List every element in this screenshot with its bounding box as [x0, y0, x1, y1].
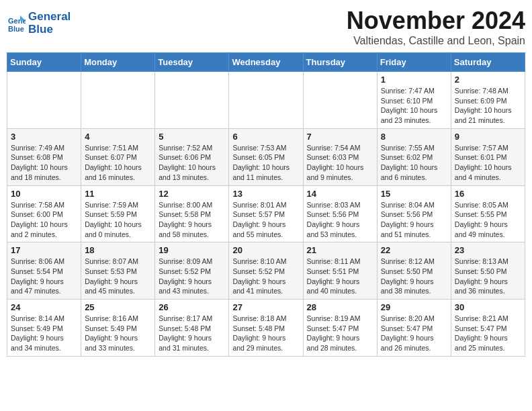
day-number: 19	[159, 245, 225, 255]
day-info: Sunrise: 8:03 AM Sunset: 5:56 PM Dayligh…	[307, 200, 373, 240]
calendar-cell: 8Sunrise: 7:55 AM Sunset: 6:02 PM Daylig…	[377, 128, 451, 185]
day-number: 28	[307, 302, 373, 312]
day-number: 7	[307, 132, 373, 142]
day-info: Sunrise: 8:06 AM Sunset: 5:54 PM Dayligh…	[11, 257, 77, 296]
day-info: Sunrise: 8:07 AM Sunset: 5:53 PM Dayligh…	[85, 257, 151, 296]
day-info: Sunrise: 8:10 AM Sunset: 5:52 PM Dayligh…	[232, 257, 299, 296]
day-info: Sunrise: 7:55 AM Sunset: 6:02 PM Dayligh…	[381, 143, 447, 183]
weekday-header-row: SundayMondayTuesdayWednesdayThursdayFrid…	[7, 53, 525, 72]
calendar-cell: 2Sunrise: 7:48 AM Sunset: 6:09 PM Daylig…	[451, 72, 525, 129]
day-info: Sunrise: 7:54 AM Sunset: 6:03 PM Dayligh…	[307, 143, 373, 183]
calendar-cell: 25Sunrise: 8:16 AM Sunset: 5:49 PM Dayli…	[81, 300, 155, 357]
day-info: Sunrise: 8:00 AM Sunset: 5:58 PM Dayligh…	[159, 200, 225, 240]
location: Valtiendas, Castille and Leon, Spain	[347, 35, 525, 47]
day-number: 5	[159, 132, 225, 142]
day-info: Sunrise: 8:16 AM Sunset: 5:49 PM Dayligh…	[85, 314, 151, 353]
day-number: 25	[85, 302, 151, 312]
day-info: Sunrise: 7:52 AM Sunset: 6:06 PM Dayligh…	[159, 143, 225, 183]
day-info: Sunrise: 7:53 AM Sunset: 6:05 PM Dayligh…	[232, 143, 299, 183]
calendar-cell: 26Sunrise: 8:17 AM Sunset: 5:48 PM Dayli…	[155, 300, 229, 357]
day-number: 12	[159, 189, 225, 199]
weekday-header-sunday: Sunday	[7, 53, 81, 72]
day-info: Sunrise: 8:04 AM Sunset: 5:56 PM Dayligh…	[381, 200, 447, 240]
day-number: 3	[11, 132, 77, 142]
calendar-cell: 15Sunrise: 8:04 AM Sunset: 5:56 PM Dayli…	[377, 185, 451, 242]
day-number: 21	[307, 245, 373, 255]
day-info: Sunrise: 8:09 AM Sunset: 5:52 PM Dayligh…	[159, 257, 225, 296]
calendar-cell: 12Sunrise: 8:00 AM Sunset: 5:58 PM Dayli…	[155, 185, 229, 242]
month-title: November 2024	[347, 7, 525, 35]
day-number: 6	[232, 132, 299, 142]
day-number: 23	[455, 245, 521, 255]
svg-text:Blue: Blue	[8, 25, 24, 33]
day-info: Sunrise: 8:01 AM Sunset: 5:57 PM Dayligh…	[232, 200, 299, 240]
title-block: November 2024 Valtiendas, Castille and L…	[347, 7, 525, 47]
calendar-cell: 7Sunrise: 7:54 AM Sunset: 6:03 PM Daylig…	[303, 128, 377, 185]
day-number: 4	[85, 132, 151, 142]
day-number: 18	[85, 245, 151, 255]
day-info: Sunrise: 7:48 AM Sunset: 6:09 PM Dayligh…	[455, 86, 521, 126]
calendar-cell: 13Sunrise: 8:01 AM Sunset: 5:57 PM Dayli…	[229, 185, 303, 242]
logo-line1: General	[28, 11, 71, 24]
calendar-cell: 3Sunrise: 7:49 AM Sunset: 6:08 PM Daylig…	[7, 128, 81, 185]
day-info: Sunrise: 8:12 AM Sunset: 5:50 PM Dayligh…	[381, 257, 447, 296]
day-info: Sunrise: 8:18 AM Sunset: 5:48 PM Dayligh…	[232, 314, 299, 353]
calendar-cell: 24Sunrise: 8:14 AM Sunset: 5:49 PM Dayli…	[7, 300, 81, 357]
calendar-week-row: 3Sunrise: 7:49 AM Sunset: 6:08 PM Daylig…	[7, 128, 525, 185]
day-info: Sunrise: 7:49 AM Sunset: 6:08 PM Dayligh…	[11, 143, 77, 183]
weekday-header-thursday: Thursday	[303, 53, 377, 72]
day-info: Sunrise: 8:21 AM Sunset: 5:47 PM Dayligh…	[455, 314, 521, 353]
day-number: 16	[455, 189, 521, 199]
weekday-header-wednesday: Wednesday	[229, 53, 303, 72]
day-info: Sunrise: 7:59 AM Sunset: 5:59 PM Dayligh…	[85, 200, 151, 240]
day-number: 11	[85, 189, 151, 199]
calendar-cell	[81, 72, 155, 129]
day-info: Sunrise: 8:14 AM Sunset: 5:49 PM Dayligh…	[11, 314, 77, 353]
calendar-cell: 18Sunrise: 8:07 AM Sunset: 5:53 PM Dayli…	[81, 242, 155, 300]
calendar-week-row: 24Sunrise: 8:14 AM Sunset: 5:49 PM Dayli…	[7, 300, 525, 357]
calendar-cell: 11Sunrise: 7:59 AM Sunset: 5:59 PM Dayli…	[81, 185, 155, 242]
day-number: 15	[381, 189, 447, 199]
day-number: 27	[232, 302, 299, 312]
day-number: 17	[11, 245, 77, 255]
calendar-cell: 28Sunrise: 8:19 AM Sunset: 5:47 PM Dayli…	[303, 300, 377, 357]
calendar-cell: 21Sunrise: 8:11 AM Sunset: 5:51 PM Dayli…	[303, 242, 377, 300]
day-number: 9	[455, 132, 521, 142]
calendar-cell: 16Sunrise: 8:05 AM Sunset: 5:55 PM Dayli…	[451, 185, 525, 242]
day-number: 20	[232, 245, 299, 255]
day-number: 26	[159, 302, 225, 312]
day-number: 30	[455, 302, 521, 312]
day-info: Sunrise: 8:20 AM Sunset: 5:47 PM Dayligh…	[381, 314, 447, 353]
calendar-cell: 29Sunrise: 8:20 AM Sunset: 5:47 PM Dayli…	[377, 300, 451, 357]
day-info: Sunrise: 8:17 AM Sunset: 5:48 PM Dayligh…	[159, 314, 225, 353]
day-number: 2	[455, 75, 521, 85]
calendar-cell: 14Sunrise: 8:03 AM Sunset: 5:56 PM Dayli…	[303, 185, 377, 242]
day-info: Sunrise: 8:05 AM Sunset: 5:55 PM Dayligh…	[455, 200, 521, 240]
weekday-header-monday: Monday	[81, 53, 155, 72]
calendar-cell: 23Sunrise: 8:13 AM Sunset: 5:50 PM Dayli…	[451, 242, 525, 300]
weekday-header-saturday: Saturday	[451, 53, 525, 72]
day-info: Sunrise: 8:11 AM Sunset: 5:51 PM Dayligh…	[307, 257, 373, 296]
calendar-cell: 19Sunrise: 8:09 AM Sunset: 5:52 PM Dayli…	[155, 242, 229, 300]
day-number: 10	[11, 189, 77, 199]
calendar-cell	[155, 72, 229, 129]
day-number: 8	[381, 132, 447, 142]
calendar-week-row: 17Sunrise: 8:06 AM Sunset: 5:54 PM Dayli…	[7, 242, 525, 300]
calendar-cell: 20Sunrise: 8:10 AM Sunset: 5:52 PM Dayli…	[229, 242, 303, 300]
calendar-cell: 22Sunrise: 8:12 AM Sunset: 5:50 PM Dayli…	[377, 242, 451, 300]
day-info: Sunrise: 7:58 AM Sunset: 6:00 PM Dayligh…	[11, 200, 77, 240]
calendar-cell: 1Sunrise: 7:47 AM Sunset: 6:10 PM Daylig…	[377, 72, 451, 129]
calendar-cell: 4Sunrise: 7:51 AM Sunset: 6:07 PM Daylig…	[81, 128, 155, 185]
logo-icon: General Blue	[7, 14, 26, 33]
calendar-cell: 27Sunrise: 8:18 AM Sunset: 5:48 PM Dayli…	[229, 300, 303, 357]
calendar-cell: 9Sunrise: 7:57 AM Sunset: 6:01 PM Daylig…	[451, 128, 525, 185]
calendar-cell	[229, 72, 303, 129]
weekday-header-tuesday: Tuesday	[155, 53, 229, 72]
calendar-cell: 17Sunrise: 8:06 AM Sunset: 5:54 PM Dayli…	[7, 242, 81, 300]
calendar-cell	[303, 72, 377, 129]
calendar-week-row: 10Sunrise: 7:58 AM Sunset: 6:00 PM Dayli…	[7, 185, 525, 242]
day-info: Sunrise: 8:19 AM Sunset: 5:47 PM Dayligh…	[307, 314, 373, 353]
logo-line2: Blue	[28, 24, 71, 36]
day-number: 1	[381, 75, 447, 85]
calendar-cell: 6Sunrise: 7:53 AM Sunset: 6:05 PM Daylig…	[229, 128, 303, 185]
